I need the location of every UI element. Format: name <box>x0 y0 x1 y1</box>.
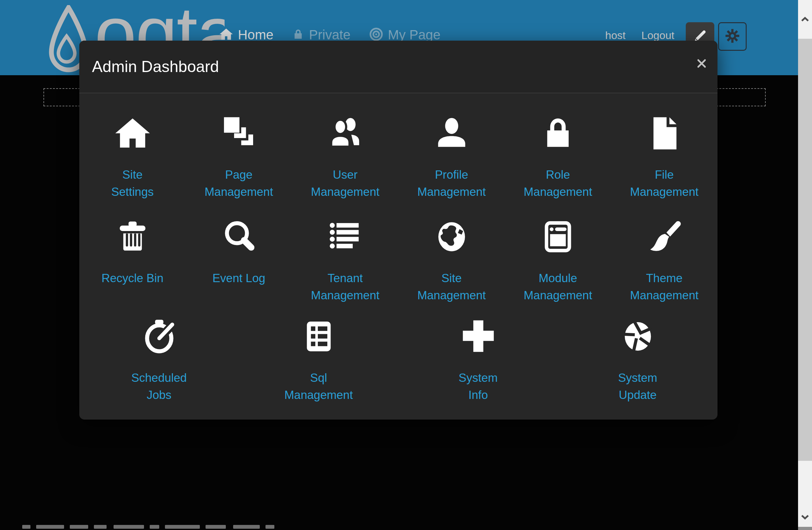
tile-label: User Management <box>311 166 379 201</box>
tile-label: Role Management <box>524 166 592 201</box>
trash-icon <box>114 218 151 256</box>
tile-tenant-management[interactable]: Tenant Management <box>292 218 398 304</box>
scrollbar-thumb[interactable] <box>798 39 812 461</box>
home-icon <box>114 114 151 152</box>
globe-icon <box>433 218 471 256</box>
tile-label: System Info <box>459 369 498 404</box>
tile-label: Profile Management <box>417 166 486 201</box>
tile-theme-management[interactable]: Theme Management <box>611 218 717 304</box>
tile-label: Site Management <box>417 270 486 304</box>
tile-label: System Update <box>618 369 657 404</box>
control-panel-button[interactable] <box>718 22 746 51</box>
nav-item-label: Private <box>309 27 350 43</box>
scrollbar-corner <box>798 527 812 530</box>
tile-page-management[interactable]: Page Management <box>186 114 292 201</box>
tile-label: Recycle Bin <box>102 270 163 287</box>
file-icon <box>645 114 683 152</box>
scroll-up-arrow-icon[interactable] <box>798 0 812 39</box>
nav-item-label: Home <box>238 27 273 43</box>
tile-recycle-bin[interactable]: Recycle Bin <box>79 218 186 304</box>
vertical-scrollbar <box>798 0 812 530</box>
tile-event-log[interactable]: Event Log <box>186 218 292 304</box>
page-bottom-clipped-content <box>22 525 280 530</box>
tile-label: Event Log <box>213 270 265 287</box>
person-icon <box>433 114 471 152</box>
tile-sql-management[interactable]: Sql Management <box>239 317 398 404</box>
modal-title: Admin Dashboard <box>79 57 219 76</box>
tile-scheduled-jobs[interactable]: Scheduled Jobs <box>79 317 239 404</box>
tile-label: Site Settings <box>111 166 154 201</box>
logout-link[interactable]: Logout <box>641 29 675 42</box>
people-icon <box>326 114 364 152</box>
tile-label: Sql Management <box>285 369 353 404</box>
tile-file-management[interactable]: File Management <box>611 114 717 201</box>
timer-icon <box>140 317 178 356</box>
tile-label: File Management <box>630 166 698 201</box>
tile-role-management[interactable]: Role Management <box>505 114 611 201</box>
modal-header: Admin Dashboard <box>79 41 717 93</box>
gear-icon <box>724 28 741 45</box>
close-icon[interactable] <box>695 57 709 70</box>
username-link[interactable]: host <box>605 29 625 42</box>
tile-label: Theme Management <box>630 270 698 304</box>
lock-icon <box>539 114 577 152</box>
admin-dashboard-modal: Admin Dashboard Site Settings Page Manag… <box>79 41 717 419</box>
tile-module-management[interactable]: Module Management <box>505 218 611 304</box>
tile-site-management[interactable]: Site Management <box>398 218 505 304</box>
nav-item-label: My Page <box>388 27 440 43</box>
medical-cross-icon <box>459 317 497 356</box>
tile-label: Scheduled Jobs <box>131 369 187 404</box>
aperture-icon <box>619 317 657 356</box>
magnifier-icon <box>220 218 258 256</box>
tile-user-management[interactable]: User Management <box>292 114 398 201</box>
list-icon <box>326 218 364 256</box>
tile-profile-management[interactable]: Profile Management <box>398 114 505 201</box>
modal-body: Site Settings Page Management User Manag… <box>79 114 717 404</box>
tile-row: Scheduled Jobs Sql Management System Inf… <box>79 317 717 404</box>
browser-icon <box>539 218 577 256</box>
pages-icon <box>220 114 258 152</box>
tile-label: Page Management <box>205 166 273 201</box>
spreadsheet-icon <box>300 317 338 356</box>
browser-viewport: oqtane Home Private <box>0 0 812 530</box>
scroll-down-arrow-icon[interactable] <box>798 506 812 528</box>
tile-site-settings[interactable]: Site Settings <box>79 114 186 201</box>
tile-label: Tenant Management <box>311 270 379 304</box>
tile-row: Site Settings Page Management User Manag… <box>79 114 717 201</box>
tile-row: Recycle Bin Event Log Tenant Management … <box>79 218 717 304</box>
tile-label: Module Management <box>524 270 592 304</box>
tile-system-info[interactable]: System Info <box>398 317 558 404</box>
brush-icon <box>645 218 683 256</box>
tile-system-update[interactable]: System Update <box>558 317 717 404</box>
